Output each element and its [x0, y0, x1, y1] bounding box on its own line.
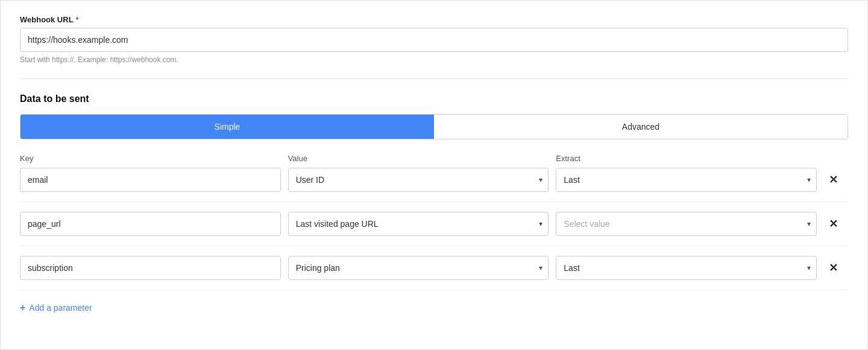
extract-select-2[interactable]: Select value Last First All [556, 212, 817, 236]
tab-simple[interactable]: Simple [20, 115, 434, 139]
extract-select-wrapper-3: Last First All ▾ [556, 256, 817, 280]
required-star: * [76, 15, 79, 24]
value-select-1[interactable]: User ID Last visited page URL Pricing pl… [288, 168, 549, 192]
tabs-container: Simple Advanced [20, 114, 848, 139]
col-header-value: Value [288, 154, 549, 163]
value-select-wrapper-2: Last visited page URL User ID Pricing pl… [288, 212, 549, 236]
value-select-2[interactable]: Last visited page URL User ID Pricing pl… [288, 212, 549, 236]
col-header-key: Key [20, 154, 281, 163]
value-select-3[interactable]: Pricing plan User ID Last visited page U… [288, 256, 549, 280]
webhook-url-input[interactable] [20, 28, 848, 52]
table-row: Last visited page URL User ID Pricing pl… [20, 212, 848, 246]
extract-select-3[interactable]: Last First All [556, 256, 817, 280]
table-row: Pricing plan User ID Last visited page U… [20, 256, 848, 290]
value-select-wrapper-3: Pricing plan User ID Last visited page U… [288, 256, 549, 280]
key-input-1[interactable] [20, 168, 281, 192]
table-row: User ID Last visited page URL Pricing pl… [20, 168, 848, 202]
delete-row-1-button[interactable]: ✕ [824, 170, 843, 189]
extract-select-1[interactable]: Last First All [556, 168, 817, 192]
add-parameter-button[interactable]: + Add a parameter [20, 300, 92, 316]
tab-advanced[interactable]: Advanced [434, 115, 848, 139]
add-param-label: Add a parameter [29, 303, 92, 313]
col-header-extract: Extract [556, 154, 817, 163]
extract-select-wrapper-1: Last First All ▾ [556, 168, 817, 192]
page-container: Webhook URL * Start with https://. Examp… [0, 0, 868, 350]
delete-row-3-button[interactable]: ✕ [824, 258, 843, 278]
webhook-section: Webhook URL * Start with https://. Examp… [20, 15, 848, 79]
webhook-label-text: Webhook URL [20, 15, 74, 24]
webhook-hint: Start with https://. Example: https://we… [20, 56, 848, 64]
data-section: Data to be sent Simple Advanced Key Valu… [20, 94, 848, 316]
key-input-3[interactable] [20, 256, 281, 280]
section-title: Data to be sent [20, 94, 848, 104]
value-select-wrapper-1: User ID Last visited page URL Pricing pl… [288, 168, 549, 192]
plus-icon: + [20, 302, 25, 313]
extract-select-wrapper-2: Select value Last First All ▾ [556, 212, 817, 236]
table-header: Key Value Extract [20, 154, 848, 163]
webhook-label: Webhook URL * [20, 15, 848, 24]
key-input-2[interactable] [20, 212, 281, 236]
delete-row-2-button[interactable]: ✕ [824, 214, 843, 234]
